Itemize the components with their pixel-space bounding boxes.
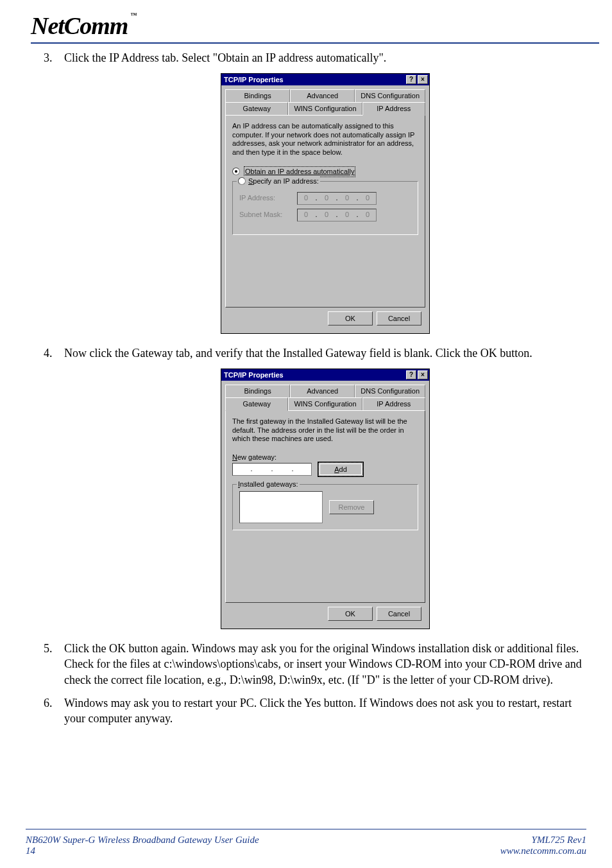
- step-6-text: Windows may ask you to restart your PC. …: [64, 695, 586, 727]
- tab-panel-gateway: The first gateway in the Installed Gatew…: [225, 410, 425, 603]
- ipaddress-description: An IP address can be automatically assig…: [232, 122, 418, 157]
- add-button[interactable]: AddAdd: [318, 462, 363, 476]
- step-4: 4. Now click the Gateway tab, and verify…: [64, 345, 586, 361]
- radio-obtain-auto[interactable]: Obtain an IP address automatically: [232, 166, 418, 177]
- radio-obtain-auto-label: Obtain an IP address automatically: [244, 166, 355, 177]
- titlebar-buttons: ? ×: [406, 370, 428, 379]
- tab-strip: Bindings Advanced DNS Configuration Gate…: [225, 385, 425, 411]
- subnet-mask-row: Subnet Mask: 0. 0. 0. 0: [239, 209, 411, 221]
- ip-address-label: IP Address:: [239, 193, 291, 203]
- tab-gateway[interactable]: Gateway: [225, 102, 288, 116]
- page-number: 14: [26, 846, 259, 856]
- tab-wins[interactable]: WINS Configuration: [288, 102, 362, 116]
- titlebar-title: TCP/IP Properties: [224, 370, 284, 380]
- step-3-number: 3.: [44, 50, 53, 65]
- step-5-text: Click the OK button again. Windows may a…: [64, 641, 586, 688]
- ip-seg[interactable]: [233, 464, 250, 475]
- step-4-number: 4.: [44, 345, 53, 361]
- cancel-button[interactable]: Cancel: [377, 311, 421, 326]
- ip-seg[interactable]: [274, 464, 291, 475]
- tab-advanced[interactable]: Advanced: [290, 89, 355, 102]
- ip-seg[interactable]: [253, 464, 270, 475]
- ip-seg: 0: [359, 193, 376, 204]
- footer-doc-rev: YML725 Rev1: [500, 835, 586, 846]
- radio-specify-ip-label: Specify an IP address:: [248, 177, 319, 186]
- radio-icon[interactable]: [238, 177, 246, 185]
- tab-gateway[interactable]: Gateway: [225, 397, 288, 411]
- brand-logo-text: NetComm: [31, 12, 128, 39]
- help-icon[interactable]: ?: [406, 370, 416, 379]
- ip-seg: 0: [318, 193, 335, 204]
- installed-gateways-group: Installed gateways:Installed gateways: R…: [232, 484, 418, 530]
- tab-strip: Bindings Advanced DNS Configuration Gate…: [225, 89, 425, 116]
- footer-url: www.netcomm.com.au: [500, 846, 586, 856]
- dialog-body: Bindings Advanced DNS Configuration Gate…: [221, 85, 429, 333]
- tab-ipaddress[interactable]: IP Address: [362, 397, 425, 411]
- footer-right: YML725 Rev1 www.netcomm.com.au: [500, 835, 586, 856]
- ip-seg: 0: [359, 209, 376, 221]
- header: NetComm™: [0, 0, 612, 40]
- close-icon[interactable]: ×: [418, 370, 428, 379]
- tab-advanced[interactable]: Advanced: [290, 385, 355, 397]
- tcpip-dialog-ipaddress: TCP/IP Properties ? × Bindings Advanced …: [221, 73, 430, 334]
- step-3: 3. Click the IP Address tab. Select "Obt…: [64, 50, 586, 65]
- titlebar[interactable]: TCP/IP Properties ? ×: [221, 369, 429, 381]
- step-5-number: 5.: [44, 641, 53, 656]
- tab-ipaddress[interactable]: IP Address: [362, 102, 425, 116]
- dialog-button-row: OK Cancel: [225, 603, 425, 625]
- brand-logo: NetComm™: [31, 12, 136, 40]
- ip-seg: 0: [339, 193, 355, 204]
- radio-icon[interactable]: [232, 168, 240, 175]
- tab-bindings[interactable]: Bindings: [225, 385, 290, 397]
- step-6-number: 6.: [44, 695, 53, 711]
- content: 3. Click the IP Address tab. Select "Obt…: [0, 50, 612, 726]
- ip-address-input: 0. 0. 0. 0: [297, 192, 377, 205]
- dialog-button-row: OK Cancel: [225, 308, 425, 329]
- subnet-mask-label: Subnet Mask:: [239, 210, 291, 220]
- ip-seg[interactable]: [294, 464, 311, 475]
- footer-rule: [26, 829, 586, 829]
- close-icon[interactable]: ×: [418, 75, 428, 84]
- installed-gateways-label: Installed gateways:Installed gateways:: [237, 480, 300, 489]
- installed-gateways-list[interactable]: [239, 491, 323, 523]
- ip-address-row: IP Address: 0. 0. 0. 0: [239, 192, 411, 205]
- cancel-button[interactable]: Cancel: [377, 607, 421, 621]
- dialog-body: Bindings Advanced DNS Configuration Gate…: [221, 381, 429, 629]
- new-gateway-label: New gateway:New gateway:: [232, 453, 418, 462]
- titlebar-buttons: ? ×: [406, 75, 428, 84]
- titlebar[interactable]: TCP/IP Properties ? ×: [221, 74, 429, 85]
- radio-specify-ip[interactable]: Specify an IP address: Specify an IP add…: [237, 177, 320, 186]
- tcpip-dialog-gateway: TCP/IP Properties ? × Bindings Advanced …: [221, 369, 430, 629]
- footer-left: NB620W Super-G Wireless Broadband Gatewa…: [26, 835, 259, 856]
- ip-seg: 0: [318, 209, 335, 221]
- specify-ip-group: Specify an IP address: Specify an IP add…: [232, 181, 418, 235]
- step-4-text: Now click the Gateway tab, and verify th…: [64, 345, 586, 361]
- new-gateway-input[interactable]: . . .: [232, 463, 312, 476]
- tab-wins[interactable]: WINS Configuration: [288, 397, 362, 411]
- step-5: 5. Click the OK button again. Windows ma…: [64, 641, 586, 688]
- ok-button[interactable]: OK: [328, 607, 373, 621]
- tab-bindings[interactable]: Bindings: [225, 89, 290, 102]
- gateway-description: The first gateway in the Installed Gatew…: [232, 417, 418, 444]
- ip-seg: 0: [339, 209, 355, 221]
- ok-button[interactable]: OK: [328, 311, 373, 326]
- ip-seg: 0: [298, 209, 314, 221]
- subnet-mask-input: 0. 0. 0. 0: [297, 209, 377, 221]
- trademark: ™: [130, 12, 136, 19]
- tab-dns[interactable]: DNS Configuration: [355, 89, 425, 102]
- footer: NB620W Super-G Wireless Broadband Gatewa…: [26, 835, 586, 856]
- step-6: 6. Windows may ask you to restart your P…: [64, 695, 586, 727]
- remove-button: Remove: [329, 500, 374, 514]
- new-gateway-section: New gateway:New gateway: . . . AddAdd: [232, 453, 418, 476]
- help-icon[interactable]: ?: [406, 75, 416, 84]
- step-3-text: Click the IP Address tab. Select "Obtain…: [64, 50, 586, 65]
- titlebar-title: TCP/IP Properties: [224, 75, 284, 85]
- tab-dns[interactable]: DNS Configuration: [355, 385, 425, 397]
- footer-guide-title: NB620W Super-G Wireless Broadband Gatewa…: [26, 835, 259, 846]
- header-rule: [31, 42, 599, 44]
- ip-seg: 0: [298, 193, 314, 204]
- tab-panel-ipaddress: An IP address can be automatically assig…: [225, 115, 425, 308]
